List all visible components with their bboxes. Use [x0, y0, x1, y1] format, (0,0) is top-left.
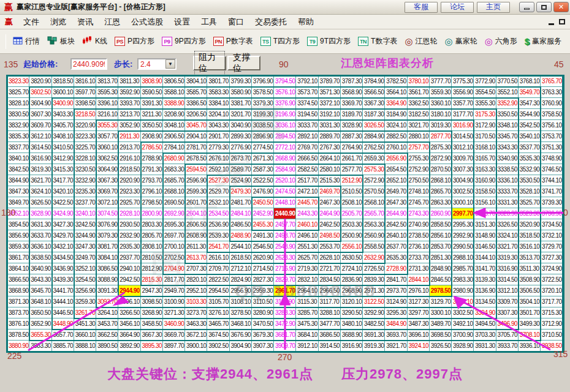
grid-cell: 2949.70: [163, 285, 185, 296]
grid-cell: 3218.50: [74, 109, 96, 120]
grid-cell: 2486.50: [230, 219, 252, 230]
grid-cell: 2536.90: [207, 219, 229, 230]
grid-cell: 3628.90: [29, 208, 51, 219]
grid-cell: 3931.30: [474, 341, 496, 352]
minimize-button[interactable]: [519, 2, 534, 12]
grid-cell: 3784.90: [363, 76, 385, 87]
menu-item-settings[interactable]: 设置: [169, 15, 196, 29]
grid-cell: 3504.10: [519, 296, 541, 307]
forum-button[interactable]: 论坛: [441, 2, 474, 13]
start-price-input[interactable]: [70, 58, 107, 70]
grid-cell: 3400.90: [52, 98, 74, 109]
grid-cell: 3388.90: [163, 98, 185, 109]
grid-cell: 3585.70: [185, 87, 207, 98]
9p-square-icon: P9: [162, 37, 172, 46]
grid-cell: 2844.10: [408, 274, 430, 285]
support-button[interactable]: 支撑位: [227, 56, 260, 70]
grid-cell: 2856.10: [430, 230, 452, 241]
menu-item-browse[interactable]: 浏览: [45, 15, 72, 29]
menu-item-window[interactable]: 窗口: [222, 15, 249, 29]
menu-item-help[interactable]: 帮助: [292, 15, 319, 29]
grid-cell: 2908.90: [141, 131, 163, 142]
grid-cell: 2968.90: [341, 285, 363, 296]
grid-cell: 2512.90: [341, 175, 363, 186]
grid-cell: 3472.90: [274, 318, 296, 330]
grid-cell: 2868.10: [430, 175, 452, 186]
menu-item-gann[interactable]: 江恩: [99, 15, 126, 29]
toolbar-item-winner-wheel[interactable]: ◎赢家轮: [445, 36, 477, 47]
grid-cell: 3326.50: [496, 219, 519, 230]
p-square-icon: PS: [115, 37, 125, 46]
menu-item-news[interactable]: 资讯: [72, 15, 99, 29]
grid-cell: 3861.70: [7, 252, 29, 263]
grid-cell: 2743.30: [408, 208, 430, 219]
grid-cell: 3254.50: [74, 274, 96, 285]
grid-cell: 3633.70: [29, 230, 51, 241]
toolbar-item-p-number-table[interactable]: PNP数字表: [213, 36, 253, 47]
grid-cell: 3100.90: [163, 296, 185, 307]
grid-cell: 2918.50: [118, 164, 140, 175]
chevron-down-icon[interactable]: ▼: [165, 59, 175, 69]
grid-cell: 3492.10: [452, 318, 474, 330]
toolbar-item-winner-service[interactable]: $赢家服务: [525, 36, 561, 47]
grid-cell: 3559.30: [430, 87, 452, 98]
grid-cell: 3664.90: [118, 330, 140, 341]
toolbar-item-9p-square[interactable]: P99P四方形: [162, 36, 206, 47]
mdi-minimize-button[interactable]: [549, 23, 554, 25]
menu-item-formula-stock-pick[interactable]: 公式选股: [126, 15, 169, 29]
menu-item-file[interactable]: 文件: [18, 15, 45, 29]
grid-cell: 3264.10: [96, 307, 118, 318]
mdi-restore-button[interactable]: [559, 19, 565, 24]
menu-item-tools[interactable]: 工具: [196, 15, 222, 29]
grid-cell: 2810.50: [141, 252, 163, 263]
grid-cell: 2640.10: [385, 230, 407, 241]
grid-cell: 3016.90: [452, 120, 474, 131]
grid-cell: 3739.30: [541, 197, 563, 208]
toolbar-item-quotes[interactable]: 行情: [13, 36, 40, 47]
menu-item-trade-entrust[interactable]: 交易委托: [249, 15, 292, 29]
toolbar-item-t-square[interactable]: TST四方形: [260, 36, 300, 47]
toolbar-item-label: 行情: [25, 36, 40, 47]
grid-cell: 2815.30: [141, 274, 163, 285]
toolbar-item-t-number-table[interactable]: TNT数字表: [358, 36, 397, 47]
grid-cell: 2676.10: [207, 153, 229, 164]
grid-cell: 3144.10: [474, 252, 496, 263]
grid-cell: 2469.70: [319, 186, 341, 197]
grid-cell: 2750.50: [408, 175, 430, 186]
toolbar-item-p-square[interactable]: PSP四方形: [115, 36, 154, 47]
grid-cell: 3290.50: [341, 307, 363, 318]
homepage-button[interactable]: 主页: [477, 2, 510, 13]
maximize-button[interactable]: [536, 2, 552, 12]
grid-cell: 3451.30: [74, 318, 96, 330]
toolbar-item-kline[interactable]: K线: [82, 36, 107, 47]
grid-cell: 2707.30: [185, 263, 207, 274]
grid-cell: 3660.10: [74, 330, 96, 341]
grid-cell: 2467.30: [319, 197, 341, 208]
resistance-button[interactable]: 阻力位: [193, 56, 226, 70]
grid-cell: 3532.90: [519, 164, 541, 175]
grid-cell: 3417.70: [52, 175, 74, 186]
toolbar-item-hexagon[interactable]: ◎六角形: [485, 36, 517, 47]
grid-cell: 3420.10: [52, 186, 74, 197]
app-logo-icon: 赢: [4, 2, 13, 13]
grid-cell: 3849.70: [7, 197, 29, 208]
grid-cell: 3043.30: [207, 120, 229, 131]
grid-cell: 3720.10: [541, 285, 563, 296]
grid-cell: 3820.90: [29, 76, 51, 87]
grid-cell: 3252.10: [74, 263, 96, 274]
grid-cell: 3127.30: [408, 296, 430, 307]
step-combobox[interactable]: 2.4 ▼: [137, 58, 177, 70]
close-button[interactable]: ✕: [553, 2, 569, 12]
grid-cell: 2625.70: [296, 252, 318, 263]
toolbar-item-label: 赢家轮: [455, 36, 477, 47]
grid-cell: 2551.30: [296, 241, 318, 252]
grid-cell: 2911.30: [118, 131, 140, 142]
toolbar-item-gann-wheel[interactable]: ◎江恩轮: [405, 36, 437, 47]
toolbar-item-sectors[interactable]: 板块: [47, 36, 75, 47]
grid-cell: 3280.90: [252, 307, 274, 318]
toolbar-item-9t-square[interactable]: T99T四方形: [307, 36, 351, 47]
grid-cell: 3242.50: [74, 219, 96, 230]
grid-cell: 3688.90: [341, 330, 363, 341]
grid-cell: 2445.70: [296, 197, 318, 208]
customer-service-button[interactable]: 客服: [405, 2, 438, 13]
